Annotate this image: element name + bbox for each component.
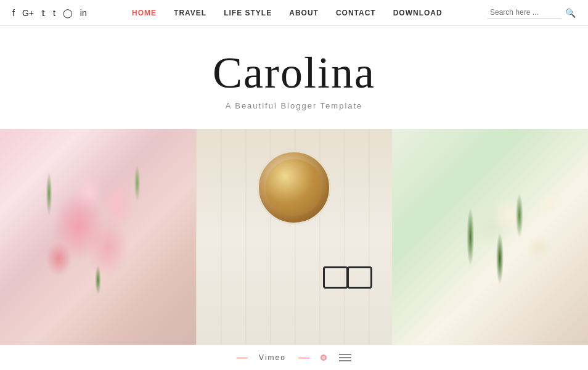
facebook-icon[interactable]: f	[12, 8, 15, 18]
tumblr-icon[interactable]: t	[53, 8, 55, 18]
search-area: 🔍	[488, 7, 576, 18]
bottom-bar: — Vimeo —	[0, 345, 588, 369]
social-icons-group: f G+ 𝕥 t ◯ in	[12, 8, 87, 18]
dot-indicator	[321, 355, 327, 361]
nav-home[interactable]: HOME	[132, 9, 157, 17]
nav-travel[interactable]: TRAVEL	[174, 9, 206, 17]
googleplus-icon[interactable]: G+	[22, 8, 34, 18]
nav-about[interactable]: ABOUT	[289, 9, 319, 17]
nav-download[interactable]: DOWNLOAD	[393, 9, 443, 17]
dash-left: —	[237, 351, 247, 364]
search-input[interactable]	[488, 7, 561, 18]
image-flowers-left	[0, 129, 196, 345]
instagram-icon[interactable]: ◯	[63, 8, 73, 18]
image-coffee-center	[196, 129, 392, 345]
image-flowers-right	[392, 129, 588, 345]
site-header: f G+ 𝕥 t ◯ in HOME TRAVEL LIFE STYLE ABO…	[0, 0, 588, 26]
vimeo-label[interactable]: Vimeo	[259, 353, 286, 362]
site-title: Carolina	[12, 51, 576, 95]
linkedin-icon[interactable]: in	[80, 8, 87, 18]
dash-right: —	[298, 351, 308, 364]
main-nav: HOME TRAVEL LIFE STYLE ABOUT CONTACT DOW…	[132, 9, 443, 17]
glasses-decoration	[323, 266, 372, 291]
nav-lifestyle[interactable]: LIFE STYLE	[224, 9, 272, 17]
coffee-cup-decoration	[257, 150, 331, 224]
menu-lines-icon[interactable]	[339, 354, 351, 361]
nav-contact[interactable]: CONTACT	[336, 9, 376, 17]
image-grid	[0, 129, 588, 345]
site-tagline: A Beautiful Blogger Template	[12, 101, 576, 110]
hero-section: Carolina A Beautiful Blogger Template	[0, 26, 588, 129]
twitter-icon[interactable]: 𝕥	[41, 8, 46, 18]
search-button[interactable]: 🔍	[565, 8, 576, 18]
